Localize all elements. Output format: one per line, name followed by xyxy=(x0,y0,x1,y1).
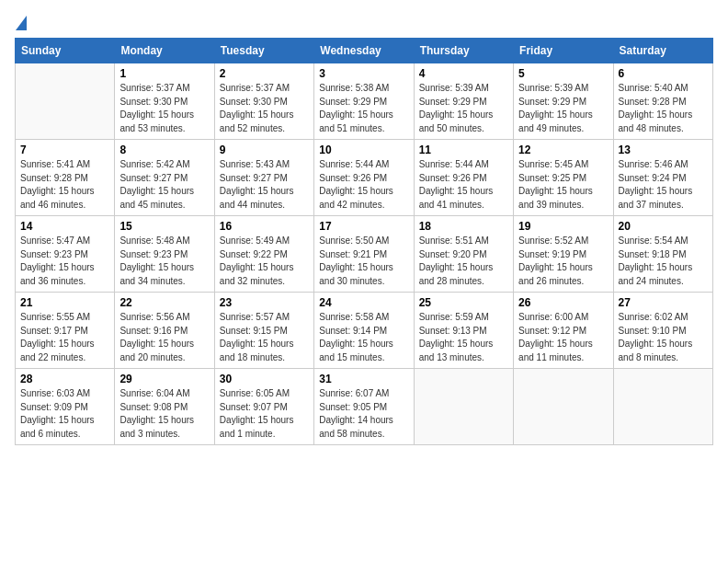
day-number: 4 xyxy=(419,67,508,80)
logo-arrow-icon xyxy=(16,16,27,30)
day-number: 13 xyxy=(619,144,708,156)
day-number: 24 xyxy=(319,296,408,309)
calendar-header-tuesday: Tuesday xyxy=(214,39,313,63)
cell-info: Sunrise: 5:45 AM Sunset: 9:25 PM Dayligh… xyxy=(518,158,608,212)
calendar-cell-w4d5: 25Sunrise: 5:59 AM Sunset: 9:13 PM Dayli… xyxy=(414,293,513,369)
calendar-cell-w1d1 xyxy=(16,63,115,140)
calendar-header-monday: Monday xyxy=(115,39,214,63)
calendar-cell-w1d4: 3Sunrise: 5:38 AM Sunset: 9:29 PM Daylig… xyxy=(314,63,414,140)
day-number: 30 xyxy=(220,373,309,385)
calendar-cell-w3d7: 20Sunrise: 5:54 AM Sunset: 9:18 PM Dayli… xyxy=(613,216,712,293)
day-number: 25 xyxy=(419,296,508,309)
cell-info: Sunrise: 5:39 AM Sunset: 9:29 PM Dayligh… xyxy=(518,82,608,135)
day-number: 9 xyxy=(220,144,309,156)
calendar-cell-w2d4: 10Sunrise: 5:44 AM Sunset: 9:26 PM Dayli… xyxy=(314,140,414,216)
calendar-cell-w2d7: 13Sunrise: 5:46 AM Sunset: 9:24 PM Dayli… xyxy=(613,140,712,216)
day-number: 20 xyxy=(619,220,708,233)
calendar-cell-w2d2: 8Sunrise: 5:42 AM Sunset: 9:27 PM Daylig… xyxy=(115,140,214,216)
calendar-cell-w4d4: 24Sunrise: 5:58 AM Sunset: 9:14 PM Dayli… xyxy=(314,293,414,369)
calendar-week-2: 7Sunrise: 5:41 AM Sunset: 9:28 PM Daylig… xyxy=(16,140,713,216)
cell-info: Sunrise: 5:43 AM Sunset: 9:27 PM Dayligh… xyxy=(220,158,309,212)
calendar-cell-w5d6 xyxy=(514,369,613,445)
cell-info: Sunrise: 5:54 AM Sunset: 9:18 PM Dayligh… xyxy=(619,235,708,288)
cell-info: Sunrise: 5:55 AM Sunset: 9:17 PM Dayligh… xyxy=(20,311,109,364)
calendar-header-wednesday: Wednesday xyxy=(314,39,414,63)
day-number: 7 xyxy=(20,144,109,156)
cell-info: Sunrise: 5:42 AM Sunset: 9:27 PM Dayligh… xyxy=(119,158,209,212)
cell-info: Sunrise: 5:51 AM Sunset: 9:20 PM Dayligh… xyxy=(419,235,508,288)
calendar-table: SundayMondayTuesdayWednesdayThursdayFrid… xyxy=(15,38,713,445)
calendar-cell-w5d7 xyxy=(613,369,712,445)
cell-info: Sunrise: 5:46 AM Sunset: 9:24 PM Dayligh… xyxy=(619,158,708,212)
day-number: 5 xyxy=(518,67,608,80)
cell-info: Sunrise: 5:49 AM Sunset: 9:22 PM Dayligh… xyxy=(220,235,309,288)
calendar-week-3: 14Sunrise: 5:47 AM Sunset: 9:23 PM Dayli… xyxy=(16,216,713,293)
calendar-cell-w2d5: 11Sunrise: 5:44 AM Sunset: 9:26 PM Dayli… xyxy=(414,140,513,216)
day-number: 6 xyxy=(619,67,708,80)
calendar-cell-w4d7: 27Sunrise: 6:02 AM Sunset: 9:10 PM Dayli… xyxy=(613,293,712,369)
day-number: 19 xyxy=(518,220,608,233)
day-number: 14 xyxy=(20,220,109,233)
calendar-cell-w5d4: 31Sunrise: 6:07 AM Sunset: 9:05 PM Dayli… xyxy=(314,369,414,445)
calendar-cell-w3d1: 14Sunrise: 5:47 AM Sunset: 9:23 PM Dayli… xyxy=(16,216,115,293)
calendar-cell-w3d4: 17Sunrise: 5:50 AM Sunset: 9:21 PM Dayli… xyxy=(314,216,414,293)
day-number: 29 xyxy=(119,373,209,385)
calendar-cell-w3d6: 19Sunrise: 5:52 AM Sunset: 9:19 PM Dayli… xyxy=(514,216,613,293)
calendar-header-thursday: Thursday xyxy=(414,39,513,63)
calendar-header-row: SundayMondayTuesdayWednesdayThursdayFrid… xyxy=(16,39,713,63)
cell-info: Sunrise: 5:39 AM Sunset: 9:29 PM Dayligh… xyxy=(419,82,508,135)
calendar-cell-w3d5: 18Sunrise: 5:51 AM Sunset: 9:20 PM Dayli… xyxy=(414,216,513,293)
calendar-cell-w4d2: 22Sunrise: 5:56 AM Sunset: 9:16 PM Dayli… xyxy=(115,293,214,369)
cell-info: Sunrise: 5:52 AM Sunset: 9:19 PM Dayligh… xyxy=(518,235,608,288)
cell-info: Sunrise: 5:50 AM Sunset: 9:21 PM Dayligh… xyxy=(319,235,408,288)
cell-info: Sunrise: 6:05 AM Sunset: 9:07 PM Dayligh… xyxy=(220,387,309,441)
day-number: 16 xyxy=(220,220,309,233)
cell-info: Sunrise: 5:44 AM Sunset: 9:26 PM Dayligh… xyxy=(419,158,508,212)
calendar-cell-w1d5: 4Sunrise: 5:39 AM Sunset: 9:29 PM Daylig… xyxy=(414,63,513,140)
day-number: 15 xyxy=(119,220,209,233)
calendar-cell-w4d3: 23Sunrise: 5:57 AM Sunset: 9:15 PM Dayli… xyxy=(214,293,313,369)
day-number: 28 xyxy=(20,373,109,385)
day-number: 26 xyxy=(518,296,608,309)
calendar-header-saturday: Saturday xyxy=(613,39,712,63)
calendar-cell-w4d1: 21Sunrise: 5:55 AM Sunset: 9:17 PM Dayli… xyxy=(16,293,115,369)
day-number: 23 xyxy=(220,296,309,309)
day-number: 22 xyxy=(119,296,209,309)
calendar-cell-w2d1: 7Sunrise: 5:41 AM Sunset: 9:28 PM Daylig… xyxy=(16,140,115,216)
page-header xyxy=(15,15,713,30)
cell-info: Sunrise: 5:37 AM Sunset: 9:30 PM Dayligh… xyxy=(119,82,209,135)
cell-info: Sunrise: 5:56 AM Sunset: 9:16 PM Dayligh… xyxy=(119,311,209,364)
cell-info: Sunrise: 6:03 AM Sunset: 9:09 PM Dayligh… xyxy=(20,387,109,441)
logo-blue xyxy=(15,15,27,30)
cell-info: Sunrise: 5:47 AM Sunset: 9:23 PM Dayligh… xyxy=(20,235,109,288)
calendar-cell-w1d3: 2Sunrise: 5:37 AM Sunset: 9:30 PM Daylig… xyxy=(214,63,313,140)
day-number: 8 xyxy=(119,144,209,156)
calendar-cell-w2d3: 9Sunrise: 5:43 AM Sunset: 9:27 PM Daylig… xyxy=(214,140,313,216)
calendar-cell-w1d7: 6Sunrise: 5:40 AM Sunset: 9:28 PM Daylig… xyxy=(613,63,712,140)
day-number: 1 xyxy=(119,67,209,80)
calendar-cell-w5d5 xyxy=(414,369,513,445)
calendar-header-sunday: Sunday xyxy=(16,39,115,63)
cell-info: Sunrise: 5:44 AM Sunset: 9:26 PM Dayligh… xyxy=(319,158,408,212)
day-number: 27 xyxy=(619,296,708,309)
cell-info: Sunrise: 5:59 AM Sunset: 9:13 PM Dayligh… xyxy=(419,311,508,364)
calendar-cell-w5d3: 30Sunrise: 6:05 AM Sunset: 9:07 PM Dayli… xyxy=(214,369,313,445)
calendar-cell-w3d3: 16Sunrise: 5:49 AM Sunset: 9:22 PM Dayli… xyxy=(214,216,313,293)
calendar-cell-w1d6: 5Sunrise: 5:39 AM Sunset: 9:29 PM Daylig… xyxy=(514,63,613,140)
day-number: 21 xyxy=(20,296,109,309)
day-number: 31 xyxy=(319,373,408,385)
cell-info: Sunrise: 5:48 AM Sunset: 9:23 PM Dayligh… xyxy=(119,235,209,288)
calendar-week-4: 21Sunrise: 5:55 AM Sunset: 9:17 PM Dayli… xyxy=(16,293,713,369)
cell-info: Sunrise: 5:58 AM Sunset: 9:14 PM Dayligh… xyxy=(319,311,408,364)
day-number: 12 xyxy=(518,144,608,156)
cell-info: Sunrise: 5:40 AM Sunset: 9:28 PM Dayligh… xyxy=(619,82,708,135)
logo xyxy=(15,15,27,30)
cell-info: Sunrise: 5:37 AM Sunset: 9:30 PM Dayligh… xyxy=(220,82,309,135)
cell-info: Sunrise: 6:07 AM Sunset: 9:05 PM Dayligh… xyxy=(319,387,408,441)
cell-info: Sunrise: 5:57 AM Sunset: 9:15 PM Dayligh… xyxy=(220,311,309,364)
calendar-cell-w4d6: 26Sunrise: 6:00 AM Sunset: 9:12 PM Dayli… xyxy=(514,293,613,369)
day-number: 18 xyxy=(419,220,508,233)
cell-info: Sunrise: 5:38 AM Sunset: 9:29 PM Dayligh… xyxy=(319,82,408,135)
day-number: 10 xyxy=(319,144,408,156)
day-number: 17 xyxy=(319,220,408,233)
